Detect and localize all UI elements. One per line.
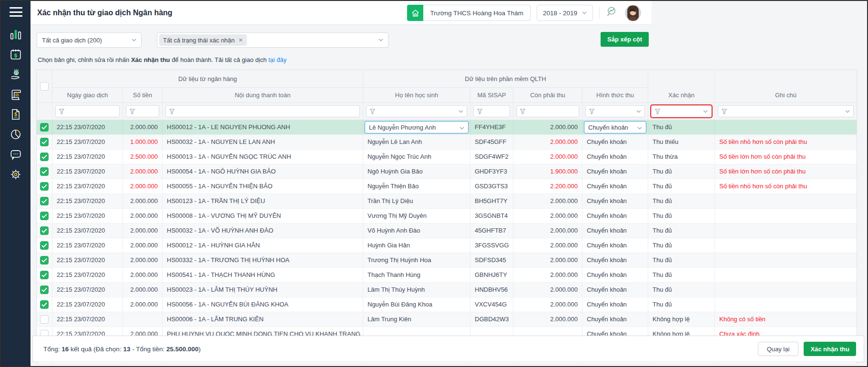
school-selector[interactable]: Trường THCS Hoàng Hoa Thám (407, 5, 530, 21)
hamburger-menu-button[interactable] (10, 7, 22, 17)
method-select-cell: Chuyển khoản (582, 120, 648, 134)
cell-note: Số tiền lớn hơn số còn phải thu (715, 164, 857, 179)
cell-confirm-status: Thu đủ (648, 283, 715, 297)
back-button[interactable]: Quay lại (758, 342, 799, 356)
filter-date[interactable] (55, 105, 120, 117)
row-checkbox[interactable] (40, 256, 49, 265)
row-checkbox[interactable] (40, 285, 49, 294)
checkbox-cell (37, 135, 52, 149)
cell-payment-content: HS00032 - 1A - VÕ HUỲNH ANH ĐÀO (163, 224, 363, 238)
checkbox-cell (37, 253, 52, 267)
cell-remaining: 2.000.000 (513, 150, 582, 164)
cell-date: 22:15 23/07/2020 (52, 135, 123, 149)
sidebar-calendar-money-icon[interactable]: $ (8, 48, 24, 61)
row-checkbox[interactable] (40, 123, 49, 132)
search-trend-icon[interactable] (606, 6, 619, 20)
transaction-filter-value: Tất cả giao dịch (200) (42, 37, 102, 44)
method-select[interactable]: Chuyển khoản (584, 121, 646, 133)
cell-date: 22:15 23/07/2020 (52, 297, 123, 312)
download-all-link[interactable]: tại đây (268, 56, 286, 63)
filter-method[interactable] (585, 105, 645, 117)
cell-student-name: Nguyễn Bùi Đăng Khoa (363, 297, 470, 312)
table-row: 22:15 23/07/20202.000.000HS00541 - 1A - … (37, 268, 857, 283)
cell-payment-content: HS00541 - 1A - THẠCH THANH HÙNG (163, 268, 363, 282)
cell-student-name: Trương Thị Huỳnh Hoa (363, 253, 470, 267)
student-select[interactable]: Lê Nguyễn Phương Anh (365, 121, 469, 133)
sidebar-invoice-icon[interactable]: $ (8, 108, 24, 121)
divider (599, 7, 600, 19)
row-checkbox[interactable] (40, 153, 49, 161)
filter-remaining[interactable] (516, 105, 579, 117)
row-checkbox[interactable] (40, 182, 49, 191)
cell-confirm-status: Thu thừa (648, 150, 715, 164)
cell-sisap-code: SDFSD345 (470, 253, 513, 267)
row-checkbox[interactable] (40, 226, 49, 235)
cell-confirm-status: Thu đủ (648, 238, 715, 253)
school-year-select[interactable]: 2018 - 2019 (537, 5, 593, 21)
sidebar-bar-chart-icon[interactable] (8, 28, 24, 41)
row-checkbox[interactable] (40, 271, 49, 279)
group-header-spacer (648, 70, 715, 88)
row-checkbox[interactable] (40, 197, 49, 205)
sidebar-chat-icon[interactable] (8, 148, 24, 161)
cell-remaining: 2.000.000 (513, 238, 582, 253)
checkbox-cell (37, 209, 52, 223)
cell-payment-content: HS00055 - 1A - NGUYỄN THIỆN BẢO (163, 179, 363, 194)
cell-amount: 2.000.000 (123, 224, 163, 238)
row-checkbox[interactable] (40, 167, 49, 176)
filter-sisap[interactable] (473, 105, 510, 117)
cell-method: Chuyển khoản (582, 209, 648, 223)
table-row: 22:15 23/07/20202.000.000HS00054 - 1A - … (37, 164, 857, 179)
cell-note (715, 209, 857, 223)
filter-amount[interactable] (126, 105, 159, 117)
table-row: 22:15 23/07/20202.000.000HS00055 - 1A - … (37, 179, 857, 194)
cell-method: Chuyển khoản (582, 135, 648, 149)
row-checkbox[interactable] (40, 300, 49, 309)
checkbox-cell (37, 150, 52, 164)
cell-amount: 2.000.000 (123, 283, 163, 297)
close-paren: ) (199, 346, 201, 353)
method-select-value: Chuyển khoản (588, 124, 628, 131)
filter-confirm[interactable] (651, 105, 712, 117)
filter-funnel-icon (589, 109, 594, 114)
status-filter-multiselect[interactable]: Tất cả trạng thái xác nhận ✕ (157, 32, 388, 48)
sidebar-gear-icon[interactable] (8, 168, 24, 181)
filter-funnel-icon (370, 109, 375, 114)
sort-columns-button[interactable]: Sắp xếp cột (601, 32, 649, 47)
cell-note (715, 297, 857, 312)
sidebar-receipt-icon[interactable] (8, 88, 24, 101)
total-amount: 25.500.000 (166, 346, 199, 353)
cell-student-name: Lâm Thị Thúy Huỳnh (363, 283, 470, 297)
cell-note (715, 224, 857, 238)
column-header-confirm: Xác nhận (648, 88, 715, 102)
svg-text:$: $ (15, 71, 18, 75)
cell-confirm-status: Thu đủ (648, 268, 715, 282)
row-checkbox[interactable] (40, 315, 49, 324)
cell-amount: 1.000.000 (123, 135, 163, 149)
row-checkbox[interactable] (40, 212, 49, 220)
checkbox-cell (37, 268, 52, 282)
cell-note (715, 268, 857, 282)
school-year-value: 2018 - 2019 (543, 10, 577, 17)
transaction-filter-select[interactable]: Tất cả giao dịch (200) (37, 32, 142, 48)
cell-sisap-code: DGBD42W3 (470, 312, 513, 326)
select-all-checkbox[interactable] (40, 82, 49, 91)
confirm-collection-button[interactable]: Xác nhận thu (804, 342, 856, 356)
remove-tag-icon[interactable]: ✕ (238, 37, 243, 43)
filter-content[interactable] (165, 105, 360, 117)
row-checkbox[interactable] (40, 138, 49, 146)
summary-text: Tổng: 16 kết quả (Đã chọn: 13 - Tổng tiề… (43, 346, 201, 353)
filter-student[interactable] (366, 105, 467, 117)
user-avatar[interactable] (625, 5, 641, 21)
sidebar-hand-coin-icon[interactable]: $ (8, 68, 24, 81)
column-header-sisap: Mã SISAP (470, 88, 513, 102)
cell-amount: 2.000.000 (123, 253, 163, 267)
cell-payment-content: HS00056 - 1A - NGUYỄN BÙI ĐĂNG KHOA (163, 297, 363, 312)
filter-note[interactable] (718, 105, 854, 117)
filter-funnel-icon (169, 109, 174, 114)
sidebar-pie-chart-icon[interactable] (8, 128, 24, 141)
column-header-content: Nội dung thanh toán (163, 88, 363, 102)
sidebar-nav: $$$ (8, 28, 24, 181)
row-checkbox[interactable] (40, 241, 49, 250)
column-header-method: Hình thức thu (582, 88, 648, 102)
